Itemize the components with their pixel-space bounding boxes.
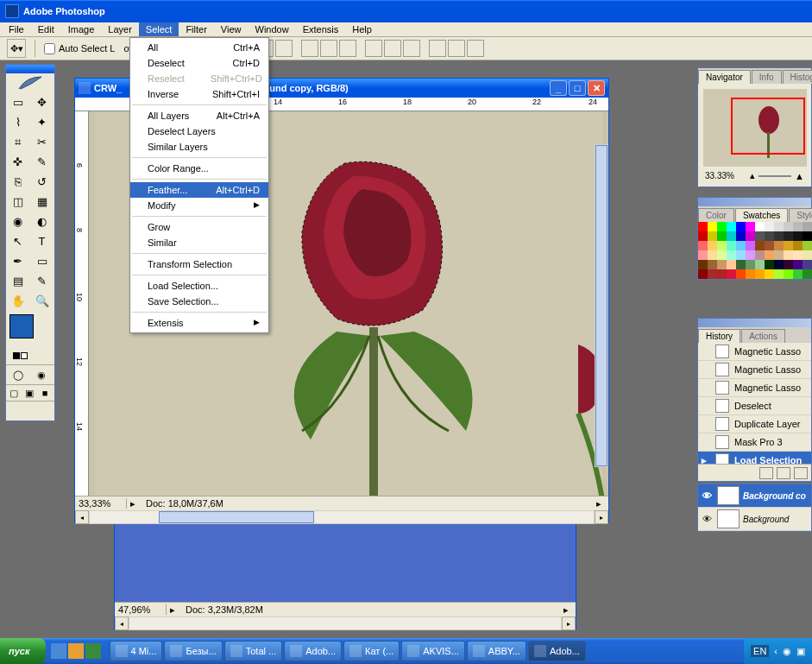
type-tool[interactable]: T xyxy=(30,231,54,251)
swatch[interactable] xyxy=(746,222,755,231)
swatch[interactable] xyxy=(708,222,717,231)
swatch[interactable] xyxy=(736,269,746,279)
menu-similar[interactable]: Similar xyxy=(130,235,268,250)
distribute-top-button[interactable] xyxy=(365,40,382,57)
taskbar-item[interactable]: 4 Mi... xyxy=(110,641,163,661)
swatch[interactable] xyxy=(727,241,736,250)
path-tool[interactable]: ↖ xyxy=(6,231,29,251)
history-item[interactable]: Mask Pro 3 xyxy=(698,433,811,452)
history-item[interactable]: Magnetic Lasso xyxy=(698,361,811,379)
swatch[interactable] xyxy=(784,269,793,279)
zoom-out-icon[interactable]: ▴ xyxy=(750,170,755,181)
swatch[interactable] xyxy=(717,269,727,279)
swatch[interactable] xyxy=(793,260,803,269)
history-item[interactable]: ▸Load Selection xyxy=(698,452,811,464)
taskbar-item[interactable]: Adob... xyxy=(284,641,342,661)
history-brush-tool[interactable]: ↺ xyxy=(30,172,54,192)
history-grip[interactable] xyxy=(698,319,811,327)
swatch[interactable] xyxy=(774,260,784,269)
tab-navigator[interactable]: Navigator xyxy=(698,70,751,84)
tray-icon[interactable]: ◉ xyxy=(783,646,791,657)
align-left-button[interactable] xyxy=(301,40,318,57)
standard-mode-button[interactable]: ◯ xyxy=(6,365,29,384)
menu-all-layers[interactable]: All LayersAlt+Ctrl+A xyxy=(130,108,268,123)
swatch[interactable] xyxy=(784,260,793,269)
taskbar-item[interactable]: Total ... xyxy=(224,641,282,661)
menu-window[interactable]: Window xyxy=(249,22,296,36)
menu-transform-selection[interactable]: Transform Selection xyxy=(130,256,268,272)
swatch[interactable] xyxy=(708,260,717,269)
lasso-tool[interactable]: ⌇ xyxy=(6,112,29,132)
screen-full[interactable]: ■ xyxy=(37,385,53,401)
zoom-in-icon[interactable]: ▲ xyxy=(795,171,804,181)
swatch[interactable] xyxy=(765,250,774,260)
auto-select-input[interactable] xyxy=(44,43,55,54)
menu-color-range[interactable]: Color Range... xyxy=(130,161,268,176)
swatch[interactable] xyxy=(784,250,793,260)
menu-file[interactable]: File xyxy=(2,22,31,36)
gradient-tool[interactable]: ▦ xyxy=(30,192,54,212)
swatch[interactable] xyxy=(793,250,803,260)
menu-deselect-layers[interactable]: Deselect Layers xyxy=(130,123,268,139)
start-button[interactable]: пуск xyxy=(0,638,46,664)
swatch[interactable] xyxy=(774,269,784,279)
visibility-icon[interactable]: 👁 xyxy=(700,490,714,501)
ql-ie-icon[interactable] xyxy=(51,643,66,659)
menu-extensis[interactable]: Extensis xyxy=(296,22,346,36)
swatch[interactable] xyxy=(727,269,736,279)
distribute-left-button[interactable] xyxy=(429,40,446,57)
taskbar-item[interactable]: ABBY... xyxy=(467,641,526,661)
align-hcenter-button[interactable] xyxy=(320,40,337,57)
maximize-button[interactable]: □ xyxy=(569,80,586,96)
zoom-slider[interactable] xyxy=(758,175,791,177)
tab-styles[interactable]: Styles xyxy=(789,208,812,222)
swatch[interactable] xyxy=(736,222,746,231)
swatches-grip[interactable] xyxy=(698,198,811,206)
menu-extensis[interactable]: Extensis▶ xyxy=(130,315,268,331)
swatch[interactable] xyxy=(708,269,717,279)
zoom-tool[interactable]: 🔍 xyxy=(30,291,54,311)
tab-swatches[interactable]: Swatches xyxy=(735,208,788,222)
swatch-grid[interactable] xyxy=(698,222,811,279)
shape-tool[interactable]: ▭ xyxy=(30,251,54,271)
swatch[interactable] xyxy=(717,241,727,250)
swatch[interactable] xyxy=(708,241,717,250)
swatch[interactable] xyxy=(755,222,765,231)
swatch[interactable] xyxy=(774,222,784,231)
minimize-button[interactable]: _ xyxy=(550,80,567,96)
swatch[interactable] xyxy=(755,269,765,279)
doc1-menu-arrow[interactable]: ▸ xyxy=(596,498,608,509)
screen-standard[interactable]: ▢ xyxy=(6,385,22,401)
history-item[interactable]: Deselect xyxy=(698,397,811,415)
align-bottom-button[interactable] xyxy=(275,40,293,57)
tray-icon[interactable]: ▣ xyxy=(796,646,805,657)
blur-tool[interactable]: ◉ xyxy=(6,212,29,231)
swatch[interactable] xyxy=(765,222,774,231)
layer-thumbnail[interactable] xyxy=(717,486,740,505)
new-snapshot-button[interactable] xyxy=(759,467,773,479)
swatch[interactable] xyxy=(717,250,727,260)
tab-history[interactable]: History xyxy=(698,329,740,343)
quickmask-mode-button[interactable]: ◉ xyxy=(29,365,53,384)
layer-thumbnail[interactable] xyxy=(717,509,740,528)
swatch[interactable] xyxy=(746,260,755,269)
distribute-bottom-button[interactable] xyxy=(403,40,420,57)
menu-view[interactable]: View xyxy=(214,22,249,36)
swatch[interactable] xyxy=(698,222,708,231)
scroll-track[interactable] xyxy=(89,510,595,524)
slice-tool[interactable]: ✂ xyxy=(30,132,54,152)
wand-tool[interactable]: ✦ xyxy=(30,112,54,132)
layer-row[interactable]: 👁Background xyxy=(698,508,811,531)
scroll-thumb[interactable] xyxy=(595,145,607,466)
menu-filter[interactable]: Filter xyxy=(179,22,213,36)
ql-explorer-icon[interactable] xyxy=(68,643,84,659)
brush-tool[interactable]: ✎ xyxy=(30,152,54,172)
scroll-track[interactable] xyxy=(129,617,562,630)
doc1-scrollbar-h[interactable]: ◂ ▸ xyxy=(75,510,608,524)
swatch[interactable] xyxy=(755,260,765,269)
default-colors[interactable] xyxy=(9,352,58,363)
doc1-scrollbar-v[interactable] xyxy=(595,144,608,467)
history-item[interactable]: Duplicate Layer xyxy=(698,415,811,433)
swatch[interactable] xyxy=(784,222,793,231)
swatch[interactable] xyxy=(793,241,803,250)
